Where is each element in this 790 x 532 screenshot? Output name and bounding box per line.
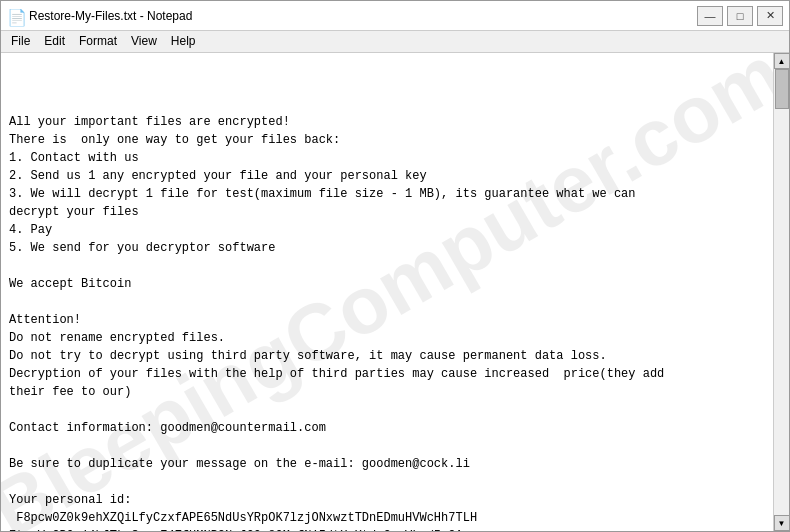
window-controls: — □ ✕: [697, 6, 783, 26]
menu-bar: File Edit Format View Help: [1, 31, 789, 53]
scroll-thumb[interactable]: [775, 69, 789, 109]
menu-edit[interactable]: Edit: [38, 33, 71, 50]
text-body: All your important files are encrypted! …: [9, 113, 765, 531]
notepad-window: 📄 Restore-My-Files.txt - Notepad — □ ✕ F…: [0, 0, 790, 532]
scroll-track[interactable]: [774, 69, 789, 515]
maximize-button[interactable]: □: [727, 6, 753, 26]
scroll-up-button[interactable]: ▲: [774, 53, 790, 69]
text-editor[interactable]: BleepingComputer.com All your important …: [1, 53, 773, 531]
menu-help[interactable]: Help: [165, 33, 202, 50]
content-area: BleepingComputer.com All your important …: [1, 53, 789, 531]
menu-file[interactable]: File: [5, 33, 36, 50]
menu-format[interactable]: Format: [73, 33, 123, 50]
minimize-button[interactable]: —: [697, 6, 723, 26]
close-button[interactable]: ✕: [757, 6, 783, 26]
app-icon: 📄: [7, 8, 23, 24]
menu-view[interactable]: View: [125, 33, 163, 50]
title-bar-left: 📄 Restore-My-Files.txt - Notepad: [7, 8, 192, 24]
window-title: Restore-My-Files.txt - Notepad: [29, 9, 192, 23]
scrollbar: ▲ ▼: [773, 53, 789, 531]
scroll-down-button[interactable]: ▼: [774, 515, 790, 531]
title-bar: 📄 Restore-My-Files.txt - Notepad — □ ✕: [1, 1, 789, 31]
